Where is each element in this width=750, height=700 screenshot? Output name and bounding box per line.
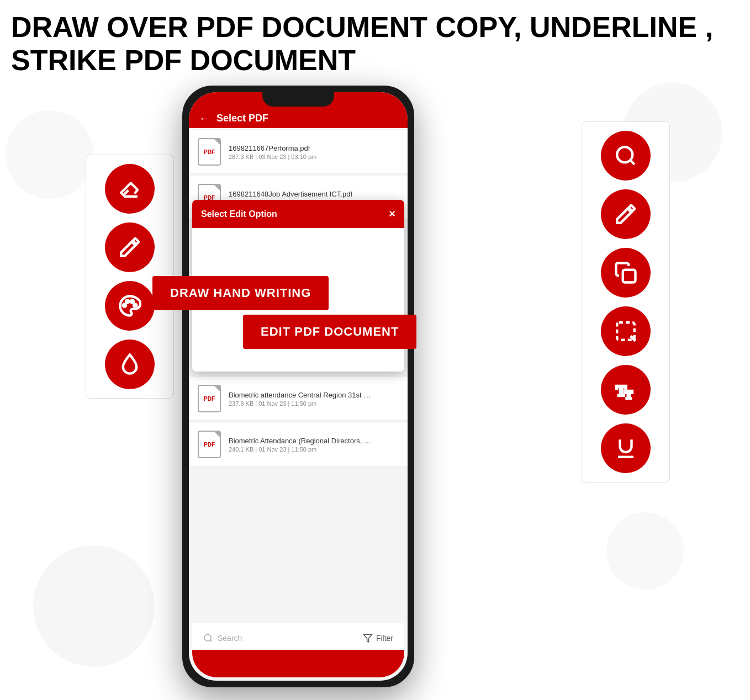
svg-point-4 (204, 634, 211, 641)
edit-pdf-button[interactable]: EDIT PDF DOCUMENT (243, 315, 416, 349)
pdf-filename: 1698211667Performa.pdf (229, 144, 316, 152)
phone-bottom-bar (192, 650, 404, 677)
dialog-title: Select Edit Option (201, 209, 277, 219)
filter-icon (363, 633, 373, 643)
pdf-meta: 240.1 KB | 01 Nov 23 | 11:50 pm (229, 446, 372, 453)
app-header-title: Select PDF (216, 113, 268, 124)
pdf-meta: 287.3 KB | 03 Nov 23 | 03:10 pm (229, 153, 316, 160)
pdf-file-icon: PDF (198, 431, 221, 458)
search-right-icon[interactable] (601, 131, 651, 181)
back-arrow-icon[interactable]: ← (199, 112, 210, 125)
search-placeholder: Search (218, 634, 242, 643)
filter-label: Filter (376, 634, 393, 643)
phone-mockup: ← Select PDF PDF 1698211667Performa.pdf … (182, 86, 414, 687)
pencil-right-icon[interactable] (601, 189, 651, 239)
list-item[interactable]: PDF 1698211667Performa.pdf 287.3 KB | 03… (189, 130, 408, 174)
svg-point-7 (617, 147, 632, 162)
pdf-file-icon: PDF (198, 385, 221, 412)
search-area[interactable]: Search (203, 633, 363, 643)
svg-point-3 (134, 304, 136, 307)
pdf-filename: Biometric Attendance (Regional Directors… (229, 437, 372, 445)
text-format-icon[interactable]: T T (601, 365, 651, 415)
svg-point-2 (131, 300, 134, 303)
pdf-meta: 237.8 KB | 01 Nov 23 | 11:50 pm (229, 400, 372, 407)
list-item[interactable]: PDF Biometric attendance Central Region … (189, 377, 408, 421)
pdf-filename: 1698211648Job Advertisement ICT.pdf (229, 190, 352, 198)
filter-area[interactable]: Filter (363, 633, 393, 643)
search-icon (203, 633, 213, 643)
list-item[interactable]: PDF Biometric Attendance (Regional Direc… (189, 423, 408, 466)
svg-text:T: T (625, 388, 632, 401)
dialog-header: Select Edit Option × (192, 200, 404, 228)
dialog-close-button[interactable]: × (389, 208, 395, 220)
svg-marker-6 (363, 634, 372, 642)
pdf-file-icon: PDF (198, 138, 221, 166)
palette-icon[interactable] (105, 281, 155, 331)
eraser-icon[interactable] (105, 164, 155, 214)
bottom-search-bar: Search Filter (192, 623, 404, 653)
svg-line-5 (210, 640, 212, 641)
underline-icon[interactable] (601, 423, 651, 473)
svg-line-8 (630, 160, 635, 165)
draw-handwriting-button[interactable]: DRAW HAND WRITING (152, 276, 329, 310)
marquee-select-icon[interactable] (601, 306, 651, 356)
phone-notch (262, 89, 334, 107)
svg-point-0 (123, 304, 126, 307)
page-title: DRAW OVER PDF DOCUMENT COPY, UNDERLINE ,… (11, 11, 750, 77)
svg-rect-9 (623, 270, 636, 283)
pencil-left-icon[interactable] (105, 222, 155, 272)
svg-point-1 (126, 300, 129, 303)
right-toolbar: T T (582, 121, 670, 482)
pdf-filename: Biometric attendance Central Region 31st… (229, 391, 372, 399)
copy-icon[interactable] (601, 248, 651, 298)
water-drop-icon[interactable] (105, 340, 155, 389)
